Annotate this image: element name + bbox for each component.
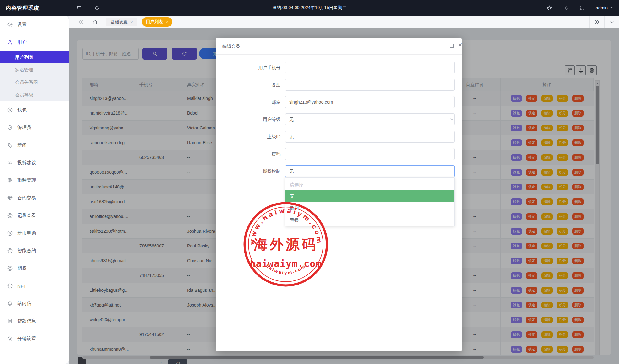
sidebar-subitem-2[interactable]: 实名管理	[0, 63, 69, 76]
gem-icon	[7, 177, 13, 183]
field-input-2[interactable]	[285, 79, 455, 91]
sidebar-item-4[interactable]: 管理员	[0, 119, 69, 136]
sidebar-item-12[interactable]: 期权	[0, 259, 69, 277]
sidebar-item-1[interactable]: 设置	[0, 16, 69, 33]
select-caret-icon	[450, 117, 454, 122]
coin-icon	[7, 283, 13, 289]
tag-icon	[7, 142, 13, 148]
sidebar-item-label: 贷款信息	[17, 318, 36, 324]
field-label: 密码	[216, 148, 280, 160]
select-caret-icon	[450, 134, 454, 139]
close-icon[interactable]: ✕	[458, 42, 462, 48]
sidebar-item-label: 用户	[17, 39, 27, 45]
sidebar-item-label: 新闻	[17, 142, 27, 148]
sidebar-item-9[interactable]: 记录查看	[0, 207, 69, 224]
sidebar-item-label: 管理员	[17, 125, 31, 131]
link-icon	[7, 160, 13, 166]
option-control-dropdown: 请选择无盈利亏损	[285, 177, 455, 226]
sidebar-item-label: 币种管理	[17, 177, 36, 183]
sidebar-item-label: 期权	[17, 265, 27, 271]
sidebar-submenu: 用户列表实名管理会员关系图会员等级	[0, 51, 69, 101]
sidebar-item-label: 记录查看	[17, 213, 36, 219]
tab-close-icon[interactable]: ×	[130, 20, 133, 24]
tab-2[interactable]: 用户列表×	[142, 17, 173, 27]
topbar: 内容管理系统 纽约:03:04:00 2024年10月15日星期二 admin	[0, 0, 619, 16]
clock-text: 纽约:03:04:00 2024年10月15日星期二	[272, 5, 347, 11]
theme-palette-icon[interactable]	[547, 5, 552, 11]
field-label: 邮箱	[216, 96, 280, 108]
sidebar-item-label: 钱包	[17, 107, 27, 113]
field-input-3[interactable]	[285, 96, 455, 108]
dollar-icon	[7, 107, 13, 113]
field-label: 用户等级	[216, 113, 280, 125]
sidebar-item-label: 站内信	[17, 301, 31, 307]
sidebar-item-14[interactable]: 站内信	[0, 295, 69, 312]
edit-member-modal: 编辑会员 ✕ 用户手机号备注邮箱用户等级无上级ID无密码期权控制无 请选择无盈利…	[216, 38, 462, 351]
bell-icon	[7, 301, 13, 307]
fullscreen-icon[interactable]	[579, 5, 585, 11]
sidebar-item-label: 设置	[17, 22, 27, 28]
gem-icon	[7, 195, 13, 201]
tabs-menu-icon[interactable]	[604, 16, 619, 28]
gear-icon	[7, 22, 13, 28]
sidebar-subitem-3[interactable]: 会员关系图	[0, 76, 69, 89]
field-select-7[interactable]: 无	[285, 165, 455, 177]
sidebar-item-16[interactable]: 分销设置	[0, 330, 69, 347]
sidebar-subitem-4[interactable]: 会员等级	[0, 89, 69, 101]
dollar-icon	[7, 230, 13, 236]
field-input-1[interactable]	[285, 62, 455, 73]
refresh-icon[interactable]	[94, 5, 100, 11]
app-title: 内容管理系统	[0, 4, 70, 12]
sidebar-item-label: 新币申购	[17, 230, 36, 236]
tabbar: 基础设置×用户列表×	[69, 16, 619, 28]
select-caret-icon	[450, 169, 454, 173]
sidebar-item-label: 智能合约	[17, 248, 36, 254]
coin-icon	[7, 248, 13, 254]
tag-icon[interactable]	[563, 5, 569, 11]
dropdown-option-亏损[interactable]: 亏损	[285, 214, 454, 226]
sidebar-item-15[interactable]: 贷款信息	[0, 312, 69, 330]
doc-icon	[7, 318, 13, 324]
coin-icon	[7, 265, 13, 271]
sidebar-item-10[interactable]: 新币申购	[0, 224, 69, 242]
field-select-5[interactable]: 无	[285, 131, 455, 143]
gear-icon	[7, 336, 13, 342]
sidebar-item-13[interactable]: NFT	[0, 277, 69, 295]
user-icon	[7, 39, 13, 45]
sidebar-item-label: 投拆建议	[17, 160, 36, 166]
field-input-6[interactable]	[285, 148, 455, 160]
coin-icon	[7, 213, 13, 219]
sidebar-item-label: 合约交易	[17, 195, 36, 201]
sidebar-item-2[interactable]: 用户	[0, 33, 69, 51]
tabs-scroll-right-icon[interactable]	[589, 16, 604, 28]
field-label: 用户手机号	[216, 62, 280, 73]
admin-menu[interactable]: admin	[596, 5, 613, 10]
sidebar-item-label: NFT	[17, 283, 26, 289]
minimize-icon[interactable]	[440, 46, 445, 46]
field-label: 备注	[216, 79, 280, 91]
shield-icon	[7, 125, 13, 131]
admin-username: admin	[596, 5, 608, 10]
sidebar-item-7[interactable]: 币种管理	[0, 171, 69, 189]
sidebar-item-3[interactable]: 钱包	[0, 101, 69, 119]
field-label: 上级ID	[216, 131, 280, 143]
field-select-4[interactable]: 无	[285, 113, 455, 125]
menu-fold-icon[interactable]	[76, 5, 82, 11]
sidebar-item-8[interactable]: 合约交易	[0, 189, 69, 207]
tab-close-icon[interactable]: ×	[166, 20, 168, 24]
sidebar-item-5[interactable]: 新闻	[0, 136, 69, 154]
sidebar-item-11[interactable]: 智能合约	[0, 242, 69, 259]
tab-label: 用户列表	[146, 19, 163, 25]
tab-list: 基础设置×用户列表×	[106, 17, 172, 27]
sidebar-subitem-1[interactable]: 用户列表	[0, 51, 69, 63]
home-icon[interactable]	[92, 19, 98, 25]
tabs-scroll-left-icon[interactable]	[79, 19, 84, 25]
maximize-icon[interactable]	[450, 44, 454, 48]
dropdown-option-盈利[interactable]: 盈利	[285, 202, 454, 214]
tab-1[interactable]: 基础设置×	[106, 18, 137, 26]
sidebar-item-label: 分销设置	[17, 336, 36, 342]
sidebar: 设置用户用户列表实名管理会员关系图会员等级钱包管理员新闻投拆建议币种管理合约交易…	[0, 16, 69, 364]
sidebar-item-6[interactable]: 投拆建议	[0, 154, 69, 171]
field-label: 期权控制	[216, 165, 280, 177]
dropdown-option-无[interactable]: 无	[285, 190, 454, 202]
